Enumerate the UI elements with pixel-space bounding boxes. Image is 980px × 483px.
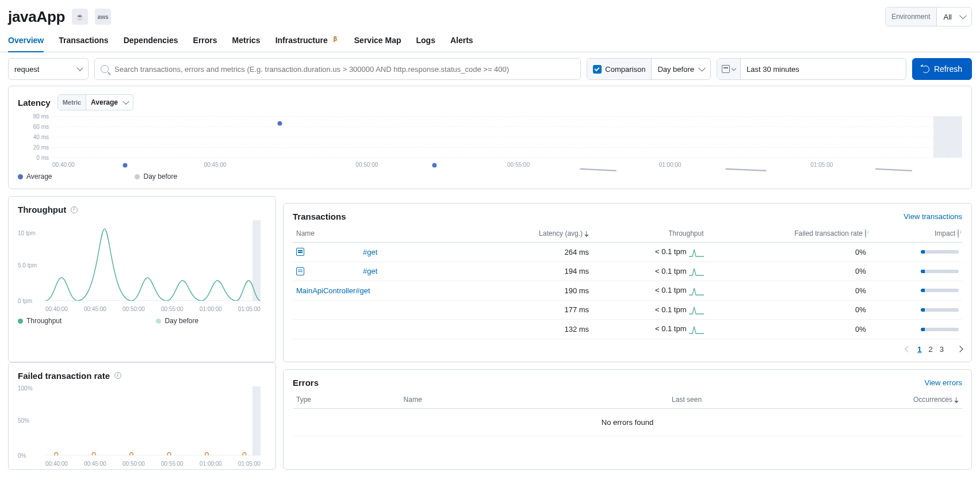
comparison-label: Comparison: [605, 65, 645, 74]
x-tick: 00:55:00: [161, 461, 183, 467]
transactions-title: Transactions: [293, 212, 346, 221]
table-header[interactable]: Name: [293, 225, 475, 243]
latency-cell: 194 ms: [475, 262, 593, 281]
table-header[interactable]: Impact: [870, 225, 962, 243]
document-icon: [296, 267, 304, 275]
search-input[interactable]: [113, 64, 575, 74]
comparison-value: Day before: [652, 65, 710, 74]
latency-cell: 264 ms: [475, 243, 593, 262]
pager-next[interactable]: [956, 346, 963, 352]
search-box[interactable]: [94, 58, 581, 80]
svg-line-5: [876, 169, 912, 171]
tab-errors[interactable]: Errors: [193, 30, 217, 52]
impact-cell: [870, 320, 962, 339]
environment-label: Environment: [886, 7, 936, 26]
impact-cell: [870, 243, 962, 262]
x-tick: 01:05:00: [238, 306, 261, 312]
svg-point-11: [167, 453, 171, 455]
latency-title: Latency: [18, 98, 51, 108]
y-tick: 60 ms: [24, 124, 49, 130]
info-icon[interactable]: [865, 229, 866, 238]
view-errors-link[interactable]: View errors: [924, 378, 962, 387]
y-tick: 80 ms: [24, 113, 49, 120]
transactions-pager: 123: [293, 345, 962, 354]
pager-page[interactable]: 3: [940, 345, 944, 354]
errors-panel: Errors View errors TypeNameLast seenOccu…: [283, 369, 972, 470]
transaction-type-select[interactable]: request: [8, 58, 89, 80]
throughput-chart[interactable]: 0 tpm 5.0 tpm 10 tpm 00:40:0000:45:0000:…: [18, 220, 266, 312]
svg-line-3: [580, 169, 616, 171]
throughput-title: Throughput: [18, 205, 66, 214]
svg-point-12: [205, 453, 209, 455]
impact-cell: [870, 300, 962, 320]
table-row: 132 ms< 0.1 tpm0%: [293, 320, 962, 339]
refresh-button[interactable]: Refresh: [912, 58, 972, 80]
date-range-label: Last 30 minutes: [741, 65, 805, 74]
throughput-cell: < 0.1 tpm: [592, 243, 707, 262]
tab-service-map[interactable]: Service Map: [354, 30, 401, 52]
metric-pill-label: Metric: [58, 95, 86, 110]
legend-item[interactable]: Average: [18, 172, 52, 181]
failed-rate-cell: 0%: [707, 300, 870, 320]
transaction-name-link[interactable]: MainApiController#get: [296, 286, 472, 295]
latency-chart[interactable]: 0 ms20 ms40 ms60 ms80 ms 00:40:0000:45:0…: [18, 116, 962, 168]
table-row: MainApiController#get190 ms< 0.1 tpm0%: [293, 281, 962, 301]
info-icon[interactable]: [114, 372, 121, 379]
info-icon[interactable]: [958, 229, 959, 238]
svg-point-1: [277, 121, 282, 126]
failed-rate-cell: 0%: [707, 281, 870, 301]
x-tick: 01:05:00: [238, 461, 261, 467]
throughput-panel: Throughput 0 tpm 5.0 tpm 10 tpm 00:40:00…: [8, 196, 276, 362]
tab-dependencies[interactable]: Dependencies: [124, 30, 178, 52]
info-icon[interactable]: [71, 206, 78, 213]
chevron-down-icon: [732, 66, 736, 71]
tab-transactions[interactable]: Transactions: [59, 30, 108, 52]
tab-infrastructure[interactable]: Infrastructureβ: [275, 30, 339, 52]
table-header[interactable]: Throughput: [592, 225, 707, 243]
view-transactions-link[interactable]: View transactions: [904, 212, 962, 221]
legend-item[interactable]: Day before: [156, 317, 198, 325]
comparison-select[interactable]: Comparison Day before: [587, 58, 711, 80]
transaction-name-link[interactable]: #get: [296, 248, 472, 256]
environment-value: All: [937, 13, 971, 21]
legend-item[interactable]: Throughput: [18, 317, 62, 325]
sort-desc-icon: [954, 397, 959, 403]
x-tick: 01:00:00: [200, 306, 222, 312]
y-tick: 0%: [18, 453, 26, 459]
document-icon: [296, 248, 304, 256]
svg-line-4: [726, 169, 767, 171]
table-header[interactable]: Name: [400, 391, 525, 409]
table-header[interactable]: Latency (avg.): [475, 225, 593, 243]
x-tick: 00:45:00: [84, 306, 106, 312]
pager-prev[interactable]: [905, 346, 912, 352]
transactions-table: NameLatency (avg.)ThroughputFailed trans…: [293, 225, 962, 339]
table-header[interactable]: Occurrences: [705, 391, 962, 409]
pager-page[interactable]: 2: [929, 345, 933, 354]
y-tick: 20 ms: [24, 144, 49, 151]
latency-cell: 177 ms: [475, 300, 593, 320]
table-header[interactable]: Type: [293, 391, 400, 409]
tabs: OverviewTransactionsDependenciesErrorsMe…: [0, 30, 980, 52]
transaction-name-link[interactable]: #get: [296, 267, 472, 275]
pager-page[interactable]: 1: [917, 345, 921, 354]
comparison-checkbox[interactable]: [593, 65, 602, 74]
tab-alerts[interactable]: Alerts: [450, 30, 473, 52]
x-tick: 00:40:00: [45, 461, 68, 467]
failed-rate-title: Failed transaction rate: [18, 371, 110, 381]
environment-select[interactable]: Environment All: [885, 7, 972, 26]
tab-logs[interactable]: Logs: [416, 30, 435, 52]
date-picker[interactable]: Last 30 minutes: [717, 58, 906, 80]
x-tick: 00:55:00: [161, 306, 183, 312]
throughput-cell: < 0.1 tpm: [592, 300, 707, 320]
table-header[interactable]: Last seen: [525, 391, 705, 409]
impact-cell: [870, 262, 962, 281]
x-tick: 00:40:00: [52, 162, 204, 168]
latency-metric-select[interactable]: Metric Average: [58, 94, 133, 110]
errors-title: Errors: [293, 378, 319, 388]
tab-metrics[interactable]: Metrics: [232, 30, 261, 52]
tab-overview[interactable]: Overview: [8, 30, 44, 52]
latency-cell: 190 ms: [475, 281, 593, 301]
table-header[interactable]: Failed transaction rate: [707, 225, 870, 243]
transaction-type-label: request: [14, 65, 39, 74]
failed-rate-chart[interactable]: 0% 50% 100% 00:40:0000:45:0000:50:0000:5…: [18, 386, 266, 467]
